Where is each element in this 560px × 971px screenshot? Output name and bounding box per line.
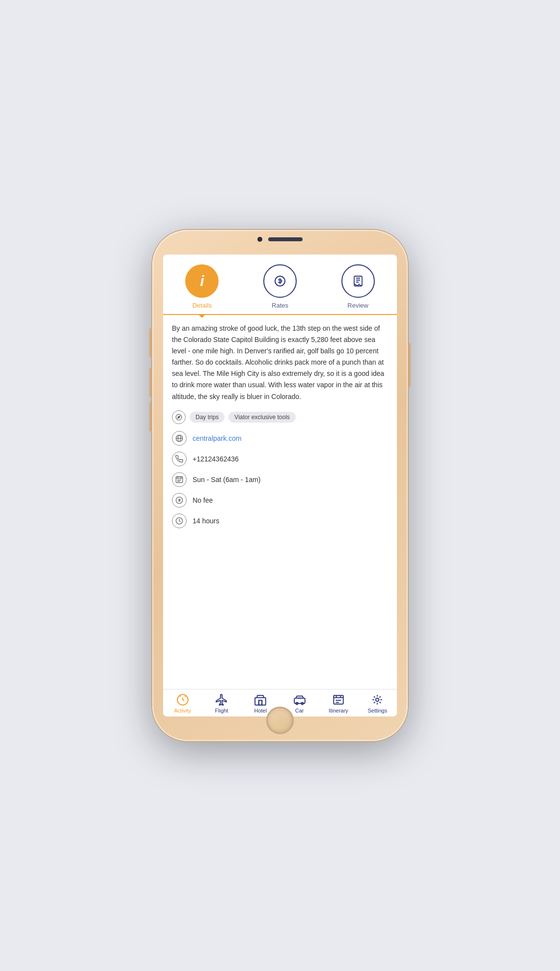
activity-nav-icon — [176, 693, 189, 706]
details-tab-label: Details — [192, 302, 212, 309]
svg-rect-23 — [255, 698, 266, 705]
dollar-sign-icon — [274, 275, 286, 287]
duration-value: 14 hours — [193, 517, 219, 525]
nav-activity-label: Activity — [174, 708, 191, 714]
svg-line-39 — [380, 702, 381, 703]
clock-icon — [175, 517, 183, 525]
svg-point-42 — [376, 698, 379, 702]
settings-nav-icon — [371, 693, 384, 706]
tags-row: Day trips Viator exclusive tools — [172, 410, 388, 424]
active-tab-indicator — [198, 314, 206, 318]
review-tab-label: Review — [347, 302, 368, 309]
itinerary-nav-icon — [332, 693, 345, 706]
hours-value: Sun - Sat (6am - 1am) — [193, 476, 261, 484]
nav-flight[interactable]: Flight — [202, 693, 241, 714]
phone-icon — [175, 455, 183, 463]
hotel-nav-icon — [254, 693, 267, 706]
scroll-content[interactable]: By an amazing stroke of good luck, the 1… — [163, 315, 397, 689]
review-icon-circle — [341, 264, 375, 298]
svg-line-41 — [374, 702, 375, 703]
phone-value: +12124362436 — [193, 455, 239, 463]
flight-nav-icon — [215, 693, 228, 706]
phone-row: +12124362436 — [172, 452, 388, 466]
receipt-icon — [352, 275, 364, 287]
svg-line-22 — [183, 700, 184, 701]
info-icon-text: i — [200, 273, 204, 289]
globe-icon-circle — [172, 431, 187, 446]
phone-body: i Details Rates — [152, 230, 408, 741]
nav-car-label: Car — [295, 708, 304, 714]
duration-row: 14 hours — [172, 514, 388, 528]
globe-icon — [175, 434, 183, 442]
svg-marker-7 — [178, 416, 180, 418]
tag-icon — [172, 410, 186, 424]
fee-value: No fee — [193, 496, 213, 504]
tag-day-trips: Day trips — [190, 412, 224, 423]
nav-settings-label: Settings — [367, 708, 387, 714]
description-paragraph: By an amazing stroke of good luck, the 1… — [172, 323, 388, 402]
nav-hotel-label: Hotel — [254, 708, 267, 714]
nav-flight-label: Flight — [215, 708, 228, 714]
calendar-hours-icon — [175, 476, 183, 484]
tab-review[interactable]: Review — [319, 264, 397, 314]
hours-row: Sun - Sat (6am - 1am) — [172, 472, 388, 487]
nav-settings[interactable]: Settings — [358, 693, 397, 714]
nav-activity[interactable]: Activity — [163, 693, 202, 714]
duration-icon-circle — [172, 514, 187, 528]
rates-tab-label: Rates — [272, 302, 288, 309]
phone-device: i Details Rates — [152, 230, 408, 741]
tab-rates[interactable]: Rates — [241, 264, 319, 314]
fee-icon-circle — [172, 493, 187, 508]
car-nav-icon — [293, 693, 306, 706]
hours-icon-circle — [172, 472, 187, 487]
svg-line-40 — [380, 696, 381, 697]
rates-icon-circle — [263, 264, 297, 298]
tab-details[interactable]: i Details — [163, 264, 241, 314]
details-icon-circle: i — [185, 264, 219, 298]
nav-itinerary[interactable]: Itinerary — [319, 693, 358, 714]
fee-row: No fee — [172, 493, 388, 508]
phone-screen: i Details Rates — [163, 255, 397, 716]
compass-icon — [175, 414, 182, 421]
website-row: centralpark.com — [172, 431, 388, 446]
fee-dollar-icon — [175, 496, 183, 504]
phone-sensors — [257, 237, 303, 242]
speaker-bar — [268, 237, 303, 241]
camera-dot — [257, 237, 262, 242]
svg-line-38 — [374, 696, 375, 697]
app-content: i Details Rates — [163, 255, 397, 716]
nav-itinerary-label: Itinerary — [329, 708, 348, 714]
website-value[interactable]: centralpark.com — [193, 434, 242, 442]
home-button[interactable] — [266, 707, 294, 734]
tabs-section: i Details Rates — [163, 255, 397, 315]
phone-icon-circle — [172, 452, 187, 466]
tag-viator: Viator exclusive tools — [228, 412, 296, 423]
